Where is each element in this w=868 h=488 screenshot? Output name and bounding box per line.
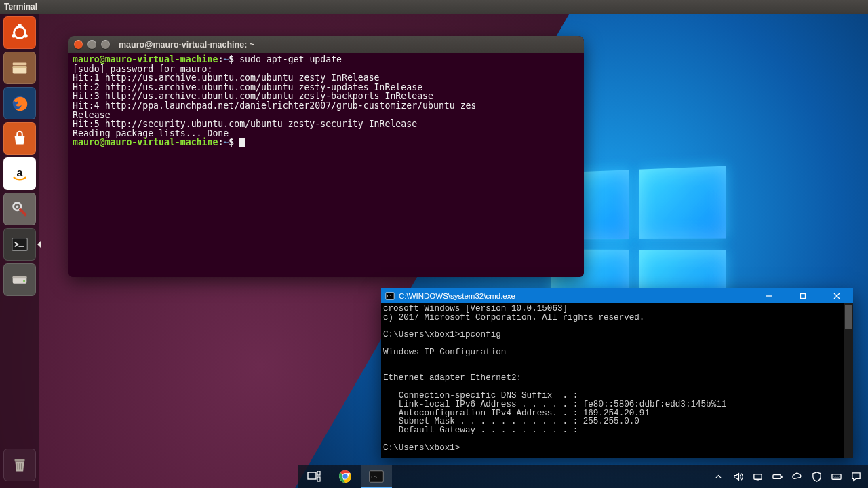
window-minimize-button[interactable]: [87, 40, 96, 49]
windows-cmd-window[interactable]: C: C:\WINDOWS\system32\cmd.exe crosoft W…: [381, 288, 853, 458]
system-tray[interactable]: [707, 465, 868, 488]
trash-icon: [9, 455, 30, 475]
cmd-scroll-thumb[interactable]: [845, 305, 852, 329]
svg-rect-15: [15, 459, 25, 462]
ubuntu-top-panel: Terminal: [0, 0, 868, 14]
tray-show-hidden-icon[interactable]: [713, 472, 724, 482]
window-close-button[interactable]: [74, 40, 83, 49]
prompt-user: mauro@mauro-virtual-machine: [73, 137, 218, 147]
cmd-titlebar[interactable]: C: C:\WINDOWS\system32\cmd.exe: [381, 288, 853, 303]
cmd-scrollbar[interactable]: [844, 303, 853, 458]
svg-rect-18: [801, 294, 806, 299]
svg-point-3: [24, 34, 28, 38]
tray-battery-icon[interactable]: [772, 472, 783, 482]
output-line: c) 2017 Microsoft Corporation. All right…: [383, 313, 644, 322]
command-text: sudo apt-get update: [239, 54, 342, 64]
svg-rect-28: [773, 474, 781, 478]
svg-point-10: [16, 205, 18, 208]
svg-text:C:\: C:\: [371, 474, 376, 479]
ubuntu-terminal-window[interactable]: mauro@mauro-virtual-machine: ~ mauro@mau…: [68, 36, 584, 277]
chrome-icon: [338, 469, 353, 484]
taskview-icon: [307, 471, 321, 482]
launcher-terminal[interactable]: [3, 228, 36, 261]
svg-rect-27: [754, 474, 762, 479]
cmd-taskbar-icon: C:\: [369, 470, 384, 483]
cmd-minimize-button[interactable]: [754, 288, 784, 303]
output-line: Default Gateway . . . . . . . . . :: [383, 426, 578, 435]
svg-rect-6: [13, 66, 27, 68]
output-line: C:\Users\xbox1>: [383, 443, 460, 453]
tray-onedrive-icon[interactable]: [792, 472, 802, 482]
svg-rect-20: [317, 471, 320, 475]
tray-defender-icon[interactable]: [812, 472, 822, 482]
cmd-close-button[interactable]: [822, 288, 852, 303]
panel-app-title: Terminal: [4, 2, 37, 12]
terminal-cursor: [239, 138, 245, 147]
firefox-icon: [9, 93, 30, 113]
cmd-maximize-button[interactable]: [788, 288, 818, 303]
files-icon: [9, 58, 30, 78]
svg-text:a: a: [17, 167, 23, 179]
terminal-icon: [9, 234, 30, 255]
gear-wrench-icon: [9, 199, 30, 219]
tray-action-center-icon[interactable]: [851, 472, 861, 482]
unity-launcher: a: [0, 14, 39, 488]
software-center-icon: [9, 128, 30, 149]
output-line: Ethernet adapter Ethernet2:: [383, 373, 521, 383]
taskbar-taskview[interactable]: [298, 465, 330, 488]
svg-point-1: [18, 24, 22, 28]
amazon-icon: a: [9, 164, 30, 184]
svg-rect-13: [13, 276, 27, 278]
ubuntu-logo-icon: [9, 22, 30, 43]
output-line: C:\Users\xbox1>ipconfig: [383, 330, 501, 339]
tray-network-icon[interactable]: [753, 472, 763, 482]
svg-point-14: [23, 280, 25, 282]
launcher-firefox[interactable]: [3, 87, 36, 119]
launcher-settings[interactable]: [3, 193, 36, 225]
svg-rect-30: [832, 474, 841, 479]
svg-point-0: [14, 27, 26, 39]
windows-taskbar[interactable]: C:\: [298, 465, 868, 488]
cmd-window-title: C:\WINDOWS\system32\cmd.exe: [399, 292, 515, 300]
taskbar-cmd[interactable]: C:\: [361, 465, 392, 488]
ubuntu-terminal-body[interactable]: mauro@mauro-virtual-machine:~$ sudo apt-…: [68, 53, 584, 149]
svg-rect-4: [13, 63, 27, 66]
svg-rect-21: [317, 477, 320, 481]
svg-rect-11: [12, 238, 28, 251]
cmd-icon: C:: [385, 291, 395, 301]
tray-volume-icon[interactable]: [733, 472, 743, 482]
launcher-disks[interactable]: [3, 263, 36, 296]
svg-point-2: [12, 34, 16, 38]
output-line: Hit:4 http://ppa.launchpad.net/danielric…: [73, 100, 476, 111]
svg-text:C:: C:: [387, 294, 391, 298]
window-title: mauro@mauro-virtual-machine: ~: [119, 40, 254, 50]
svg-rect-29: [781, 476, 782, 477]
disk-drive-icon: [9, 269, 30, 290]
launcher-trash[interactable]: [3, 449, 36, 481]
launcher-amazon[interactable]: a: [3, 157, 36, 190]
taskbar-chrome[interactable]: [330, 465, 361, 488]
launcher-files[interactable]: [3, 52, 36, 84]
launcher-software[interactable]: [3, 122, 36, 155]
output-line: Windows IP Configuration: [383, 348, 506, 357]
cmd-body[interactable]: crosoft Windows [Version 10.0.15063] c) …: [381, 303, 844, 458]
ubuntu-terminal-titlebar[interactable]: mauro@mauro-virtual-machine: ~: [68, 36, 584, 53]
tray-keyboard-icon[interactable]: [831, 472, 842, 482]
svg-rect-19: [308, 472, 316, 479]
launcher-dash[interactable]: [3, 16, 36, 49]
window-maximize-button[interactable]: [101, 40, 110, 49]
